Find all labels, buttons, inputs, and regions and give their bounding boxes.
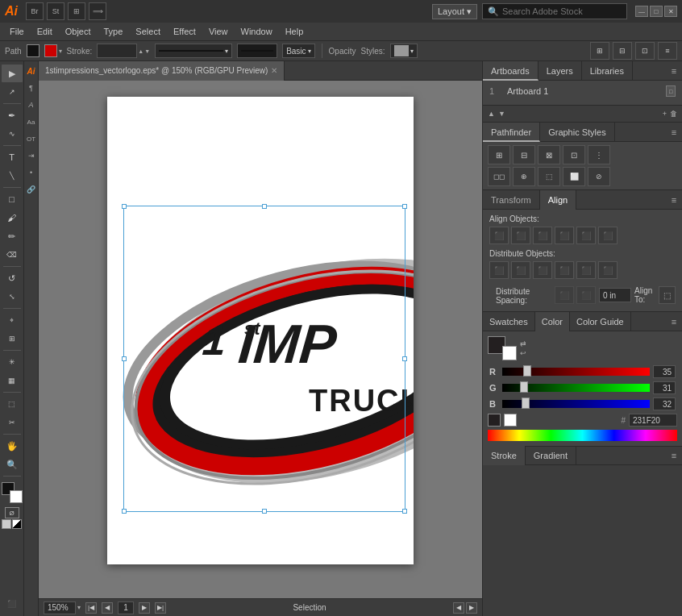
pathfinder-trim[interactable]: ◻◻ <box>488 167 510 186</box>
float-opentype-icon[interactable]: OT <box>25 131 38 147</box>
dist-top-edges[interactable]: ⬛ <box>555 261 574 279</box>
pathfinder-outline[interactable]: ⬜ <box>563 167 585 186</box>
layout-button[interactable]: Layout ▾ <box>432 4 477 19</box>
b-value-input[interactable] <box>653 397 676 410</box>
menu-view[interactable]: View <box>202 23 235 40</box>
styles-dropdown[interactable]: ▾ <box>390 44 418 58</box>
menu-window[interactable]: Window <box>235 23 279 40</box>
artboard-page-icon[interactable]: □ <box>666 85 676 97</box>
align-vertical-center[interactable]: ⬛ <box>576 227 596 244</box>
color-panel-menu[interactable]: ≡ <box>666 312 682 331</box>
reset-colors-button[interactable]: ↩ <box>520 349 526 357</box>
layout-mode-icon[interactable]: ⊞ <box>68 2 85 20</box>
stroke-up-arrow[interactable]: ▲ <box>138 48 143 54</box>
align-to-button[interactable]: ⬚ <box>659 286 676 304</box>
menu-effect[interactable]: Effect <box>167 23 202 40</box>
stroke-value[interactable] <box>97 44 137 58</box>
zoom-input[interactable] <box>44 601 76 614</box>
first-page-button[interactable]: |◀ <box>85 602 97 614</box>
tab-pathfinder[interactable]: Pathfinder <box>483 123 540 142</box>
pathfinder-unite[interactable]: ⊞ <box>488 145 510 164</box>
g-slider-track[interactable] <box>502 384 650 392</box>
g-value-input[interactable] <box>653 381 676 394</box>
background-swatch[interactable] <box>10 490 23 503</box>
tab-graphic-styles[interactable]: Graphic Styles <box>540 123 615 142</box>
stock-icon[interactable]: St <box>47 2 64 20</box>
document-tab[interactable]: 1stimpressions_vectorlogo.eps* @ 150% (R… <box>39 61 285 81</box>
close-button[interactable]: ✕ <box>664 6 677 17</box>
artboards-panel-menu[interactable]: ≡ <box>666 61 682 81</box>
float-tabstop-icon[interactable]: ⇥ <box>25 148 38 164</box>
scroll-right-button[interactable]: ▶ <box>466 602 477 614</box>
stroke-basic-dropdown[interactable]: Basic ▾ <box>282 44 314 58</box>
none-fill-icon[interactable]: Ø <box>5 507 19 518</box>
artboard-tool[interactable]: ⬚ <box>2 395 23 413</box>
stroke-color-swatch[interactable] <box>44 44 57 57</box>
small-fg-swatch[interactable] <box>488 414 501 427</box>
align-right-edges[interactable]: ⬛ <box>533 227 552 244</box>
float-glyph-icon[interactable]: Aa <box>25 114 38 130</box>
symbol-sprayer-tool[interactable]: ✳ <box>2 353 23 371</box>
prev-page-button[interactable]: ◀ <box>102 602 113 614</box>
align-left-edges[interactable]: ⬛ <box>489 227 509 244</box>
tab-transform[interactable]: Transform <box>483 190 540 210</box>
pathfinder-minus-back[interactable]: ⊘ <box>588 167 610 186</box>
column-graph-tool[interactable]: ▦ <box>2 372 23 389</box>
paintbrush-tool[interactable]: 🖌 <box>2 209 23 227</box>
align-horizontal-center[interactable]: ⬛ <box>511 227 530 244</box>
r-value-input[interactable] <box>653 365 676 378</box>
artboard-move-up[interactable]: ▲ <box>488 110 495 118</box>
r-slider-thumb[interactable] <box>523 365 531 377</box>
dist-right-edges[interactable]: ⬛ <box>533 261 552 279</box>
page-number-input[interactable] <box>118 601 134 614</box>
scroll-left-button[interactable]: ◀ <box>453 602 464 614</box>
gradient-mode-icon[interactable] <box>12 519 22 529</box>
pathfinder-crop[interactable]: ⬚ <box>538 167 560 186</box>
small-bg-swatch[interactable] <box>504 414 517 427</box>
float-char-icon[interactable]: A <box>25 97 38 113</box>
search-bar[interactable]: 🔍 <box>482 3 627 19</box>
b-slider-thumb[interactable] <box>522 397 530 409</box>
line-tool[interactable]: ╲ <box>2 167 23 185</box>
tab-close-button[interactable]: ✕ <box>271 66 277 75</box>
menu-file[interactable]: File <box>3 23 31 40</box>
rectangle-tool[interactable]: □ <box>2 190 23 208</box>
artboard-add-button[interactable]: + <box>663 110 667 118</box>
tab-artboards[interactable]: Artboards <box>483 61 539 81</box>
tab-layers[interactable]: Layers <box>539 61 582 81</box>
menu-help[interactable]: Help <box>279 23 310 40</box>
align-top-edges[interactable]: ⬛ <box>555 227 574 244</box>
artboard-move-down[interactable]: ▼ <box>498 110 505 118</box>
tab-stroke[interactable]: Stroke <box>483 446 526 465</box>
align-panel-button[interactable]: ⊞ <box>590 42 609 60</box>
transform-button[interactable]: ⊡ <box>635 42 655 60</box>
dist-horizontal-center[interactable]: ⬛ <box>511 261 530 279</box>
tab-color[interactable]: Color <box>535 312 570 331</box>
align-panel-menu[interactable]: ≡ <box>666 190 682 210</box>
zoom-tool[interactable]: 🔍 <box>2 456 23 473</box>
change-screen-mode[interactable]: ⬛ <box>2 595 23 613</box>
scale-tool[interactable]: ⤡ <box>2 288 23 306</box>
float-para-icon[interactable]: ¶ <box>25 80 38 96</box>
pathfinder-intersect[interactable]: ⊠ <box>538 145 560 164</box>
free-transform-tool[interactable]: ⊞ <box>2 330 23 348</box>
distribute-button[interactable]: ⊟ <box>613 42 632 60</box>
artboard-delete-button[interactable]: 🗑 <box>670 110 677 118</box>
pathfinder-divide[interactable]: ⋮ <box>588 145 610 164</box>
pathfinder-panel-menu[interactable]: ≡ <box>666 123 682 142</box>
dist-left-edges[interactable]: ⬛ <box>489 261 509 279</box>
tab-align[interactable]: Align <box>540 190 576 210</box>
warp-tool[interactable]: ⌖ <box>2 311 23 329</box>
minimize-button[interactable]: — <box>635 6 648 17</box>
distribute-spacing-value[interactable] <box>599 288 631 302</box>
fill-swatch[interactable] <box>27 44 40 57</box>
eraser-tool[interactable]: ⌫ <box>2 246 23 264</box>
more-options-button[interactable]: ≡ <box>658 42 677 60</box>
swap-colors-button[interactable]: ⇄ <box>520 339 526 348</box>
curvature-tool[interactable]: ∿ <box>2 125 23 143</box>
next-page-button[interactable]: ▶ <box>139 602 150 614</box>
menu-select[interactable]: Select <box>129 23 167 40</box>
search-input[interactable] <box>502 6 615 16</box>
tab-libraries[interactable]: Libraries <box>582 61 633 81</box>
menu-object[interactable]: Object <box>59 23 98 40</box>
